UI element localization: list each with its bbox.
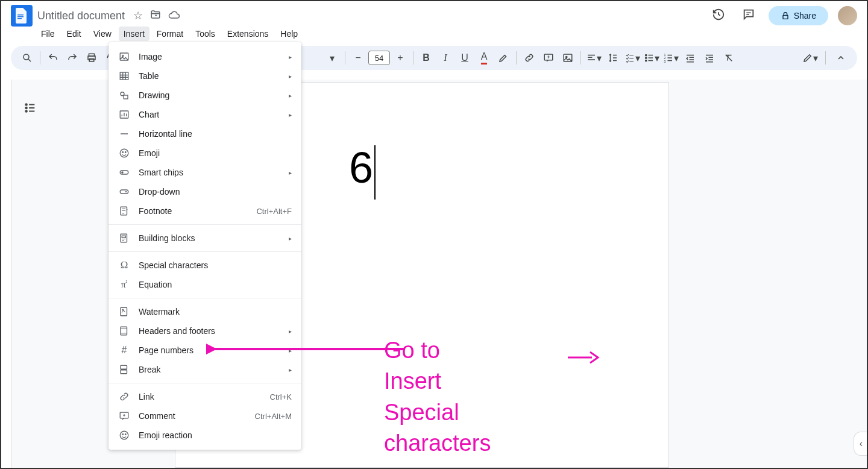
increase-font-button[interactable]: + [391,49,409,67]
clear-formatting-button[interactable] [720,49,738,67]
submenu-arrow-icon: ▸ [289,92,292,99]
line-spacing-button[interactable] [604,49,622,67]
menu-bar: FileEditViewInsertFormatToolsExtensionsH… [1,25,867,42]
decrease-indent-button[interactable] [681,49,699,67]
menu-extensions[interactable]: Extensions [222,27,273,41]
footnote-icon: 1 [118,206,130,216]
svg-rect-3 [783,15,788,19]
insert-menu-drop-down[interactable]: Drop-down [108,182,301,201]
checklist-button[interactable]: ▾ [623,49,641,67]
font-dropdown-arrow[interactable]: ▾ [323,49,341,67]
avatar[interactable] [838,6,857,25]
insert-image-button[interactable] [559,49,577,67]
menu-item-label: Comment [139,411,247,421]
menu-file[interactable]: File [36,27,60,41]
omega-icon: Ω [118,259,130,271]
italic-button[interactable]: I [436,49,454,67]
bulleted-list-button[interactable]: ▾ [643,49,661,67]
insert-menu-equation[interactable]: π²Equation [108,275,301,294]
submenu-arrow-icon: ▸ [289,54,292,60]
text-color-button[interactable]: A [475,49,493,67]
insert-menu-emoji[interactable]: Emoji [108,143,301,163]
svg-rect-0 [17,14,24,16]
menu-item-label: Break [139,365,280,374]
svg-point-19 [25,107,27,109]
insert-menu-footnote[interactable]: 1FootnoteCtrl+Alt+F [108,201,301,221]
menu-item-label: Equation [139,280,292,289]
menu-item-label: Smart chips [139,168,280,177]
link-icon [118,391,130,402]
font-size-input[interactable] [368,51,390,65]
insert-menu-emoji-reaction[interactable]: Emoji reaction [108,426,301,445]
outline-toggle-button[interactable] [12,101,48,118]
menu-help[interactable]: Help [275,27,303,41]
move-icon[interactable] [150,9,161,23]
menu-shortcut: Ctrl+Alt+M [255,412,292,421]
increase-indent-button[interactable] [700,49,719,67]
menu-view[interactable]: View [89,27,116,41]
svg-rect-40 [121,365,127,369]
print-button[interactable] [83,49,101,67]
insert-menu-image[interactable]: Image▸ [108,47,301,66]
search-icon[interactable] [18,49,36,67]
headers-icon [118,326,130,336]
insert-menu-smart-chips[interactable]: Smart chips▸ [108,163,301,182]
svg-rect-35 [121,234,127,242]
insert-menu-drawing[interactable]: Drawing▸ [108,86,301,105]
vertical-ruler[interactable] [1,80,12,468]
insert-menu-link[interactable]: LinkCtrl+K [108,387,301,406]
highlight-button[interactable] [494,49,512,67]
docs-logo[interactable] [11,5,33,27]
insert-comment-button[interactable] [539,49,558,67]
insert-menu-special-characters[interactable]: ΩSpecial characters [108,256,301,275]
svg-rect-41 [121,370,127,374]
insert-menu-chart[interactable]: Chart▸ [108,105,301,124]
insert-menu-page-numbers[interactable]: #Page numbers▸ [108,341,301,360]
share-button[interactable]: Share [769,6,828,25]
menu-item-label: Image [139,52,280,61]
menu-insert[interactable]: Insert [119,27,149,41]
undo-button[interactable] [44,49,62,67]
menu-edit[interactable]: Edit [62,27,86,41]
dropdown-icon [118,186,130,197]
history-icon[interactable] [712,8,725,24]
menu-shortcut: Ctrl+K [270,392,292,401]
svg-text:3: 3 [664,60,666,63]
redo-button[interactable] [63,49,81,67]
decrease-font-button[interactable]: − [349,49,367,67]
svg-rect-37 [121,307,127,316]
submenu-arrow-icon: ▸ [289,347,292,354]
menu-tools[interactable]: Tools [190,27,220,41]
svg-point-12 [646,54,647,55]
bold-button[interactable]: B [417,49,435,67]
comments-icon[interactable] [742,8,755,24]
svg-point-4 [24,54,29,60]
hr-icon [118,128,130,139]
menu-item-label: Page numbers [139,345,280,355]
insert-menu-building-blocks[interactable]: Building blocks▸ [108,228,301,248]
insert-menu-comment[interactable]: CommentCtrl+Alt+M [108,406,301,426]
insert-menu-table[interactable]: Table▸ [108,66,301,86]
side-panel-toggle[interactable]: ‹ [854,432,868,456]
insert-menu-watermark[interactable]: Watermark [108,302,301,321]
document-content[interactable]: 6 [349,143,376,200]
document-title[interactable]: Untitled document [37,10,125,22]
insert-menu-horizontal-line[interactable]: Horizontal line [108,124,301,143]
star-icon[interactable]: ☆ [133,9,143,22]
numbered-list-button[interactable]: 123▾ [662,49,680,67]
share-label: Share [794,11,816,20]
menu-format[interactable]: Format [152,27,188,41]
underline-button[interactable]: U [456,49,474,67]
collapse-toolbar-button[interactable] [832,49,850,67]
svg-point-38 [122,309,124,310]
editing-mode-button[interactable]: ▾ [801,49,819,67]
title-bar: Untitled document ☆ Share [1,1,867,25]
menu-item-label: Watermark [139,307,292,316]
insert-link-button[interactable] [520,49,538,67]
insert-menu-break[interactable]: Break▸ [108,360,301,379]
cloud-status-icon[interactable] [168,10,180,22]
align-button[interactable]: ▾ [585,49,603,67]
insert-menu-headers-and-footers[interactable]: Headers and footers▸ [108,321,301,341]
chart-icon [118,109,130,120]
emoji-icon [118,148,130,159]
